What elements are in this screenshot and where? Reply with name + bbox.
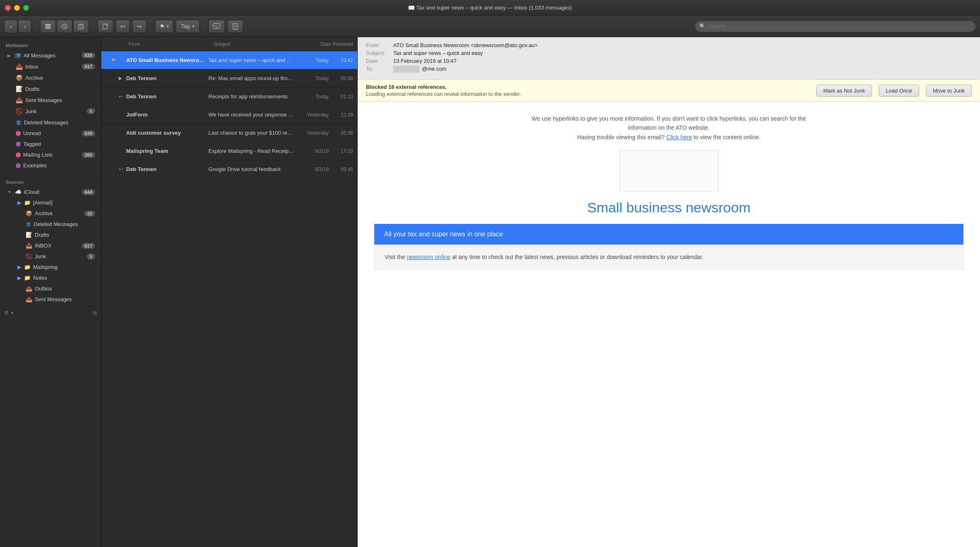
message-from: JotForm bbox=[126, 112, 207, 118]
delete-button[interactable] bbox=[73, 20, 89, 33]
sidebar-item-examples[interactable]: Examples bbox=[2, 160, 99, 171]
toolbar-separator-4 bbox=[204, 21, 204, 32]
sidebar-item-airmail[interactable]: ▶ 📁 [Airmail] bbox=[2, 197, 99, 208]
junk-folder-icon: 🚫 bbox=[26, 253, 32, 259]
move-to-junk-button[interactable]: Move to Junk bbox=[926, 85, 972, 97]
search-icon: 🔍 bbox=[699, 23, 706, 29]
sidebar: Mailboxes ▶ 📭 All Messages 639 📥 Inbox 6… bbox=[0, 37, 101, 547]
sidebar-item-tagged[interactable]: Tagged bbox=[2, 139, 99, 149]
titlebar-icon: ✉️ bbox=[408, 5, 415, 11]
flag-indicator: ⚑ bbox=[111, 57, 117, 63]
search-input[interactable] bbox=[708, 23, 971, 29]
junk-icon: 🚫 bbox=[16, 108, 23, 114]
sidebar-item-unread[interactable]: Unread 639 bbox=[2, 128, 99, 138]
inbox-folder-icon: 📥 bbox=[26, 243, 32, 249]
sources-header: Sources bbox=[0, 174, 101, 186]
close-button[interactable] bbox=[5, 5, 11, 11]
sidebar-item-label: Unread bbox=[23, 130, 79, 136]
sidebar-item-deleted[interactable]: 🗑 Deleted Messages bbox=[2, 117, 99, 128]
archive-icon bbox=[45, 23, 51, 30]
icloud-junk-badge: 5 bbox=[87, 254, 95, 259]
note-icon-button[interactable] bbox=[227, 20, 243, 33]
date-row: Date: 13 February 2019 at 10:47 bbox=[366, 58, 972, 64]
thread-expand-icon: ▶ bbox=[119, 76, 124, 81]
message-list: From Subject Date Received ⚑ ATO Small B… bbox=[101, 37, 358, 547]
sidebar-item-icloud-drafts[interactable]: 📝 Drafts bbox=[2, 230, 99, 240]
from-value: ATO Small Business Newsroom <sbnewsroom@… bbox=[393, 42, 538, 48]
sidebar-item-inbox[interactable]: 📥 Inbox 617 bbox=[2, 61, 99, 72]
sidebar-item-icloud-deleted[interactable]: 🗑 Deleted Messages bbox=[2, 219, 99, 229]
sidebar-item-label: Archive bbox=[25, 75, 95, 81]
sidebar-item-mailing-lists[interactable]: Mailing Lists 266 bbox=[2, 150, 99, 160]
message-subject: Explore Mailspring - Read Receipts & Lin… bbox=[208, 148, 294, 154]
compose-button[interactable] bbox=[98, 20, 113, 33]
reply-icon-button[interactable] bbox=[208, 20, 225, 33]
sidebar-item-label: Notes bbox=[33, 275, 95, 281]
sidebar-item-icloud-archive[interactable]: 📦 Archive 22 bbox=[2, 208, 99, 219]
sidebar-item-label: Sent Messages bbox=[35, 296, 95, 302]
table-row[interactable]: JotForm We have received your response f… bbox=[101, 106, 357, 124]
sidebar-gear-row[interactable]: ⚙ ▾ ⊟ bbox=[0, 306, 101, 319]
svg-rect-0 bbox=[45, 24, 51, 26]
svg-rect-12 bbox=[213, 24, 220, 29]
sidebar-item-icloud-junk[interactable]: 🚫 Junk 5 bbox=[2, 251, 99, 262]
mark-not-junk-button[interactable]: Mark as Not Junk bbox=[816, 85, 872, 97]
table-row[interactable]: ↩ Deb Tennen Google Drive tutorial feedb… bbox=[101, 160, 357, 178]
message-date: 8/2/19 bbox=[296, 166, 329, 172]
sidebar-item-sent-messages[interactable]: 📤 Sent Messages bbox=[2, 95, 99, 105]
table-row[interactable]: Mailspring Team Explore Mailspring - Rea… bbox=[101, 142, 357, 160]
outbox-folder-icon: 📤 bbox=[26, 285, 32, 292]
minimize-button[interactable] bbox=[14, 5, 20, 11]
sidebar-item-label: Archive bbox=[35, 210, 82, 216]
message-time: 03:45 bbox=[330, 166, 353, 172]
sidebar-item-all-messages[interactable]: ▶ 📭 All Messages 639 bbox=[2, 50, 99, 61]
date-column-header: Date Received bbox=[287, 41, 353, 47]
info-line-3: Having trouble viewing this email? bbox=[577, 134, 665, 140]
sidebar-item-icloud-mailspring[interactable]: ▶ 📁 Mailspring bbox=[2, 262, 99, 272]
note-icon bbox=[232, 23, 239, 30]
folder-icon: 📁 bbox=[24, 200, 31, 206]
undo-button[interactable]: ↩ bbox=[116, 20, 130, 33]
table-row[interactable]: ▶ Deb Tennen Re: Mac email apps round-up… bbox=[101, 69, 357, 88]
sidebar-item-label: Junk bbox=[35, 253, 84, 259]
sidebar-item-icloud-notes[interactable]: ▶ 📁 Notes bbox=[2, 273, 99, 283]
forward-button[interactable]: › bbox=[18, 20, 31, 33]
to-row: To: ██████ @me.com bbox=[366, 66, 972, 73]
junk-badge: 5 bbox=[87, 108, 95, 114]
sidebar-item-icloud-inbox[interactable]: 📥 INBOX 617 bbox=[2, 240, 99, 251]
tag-button[interactable]: Tag ▾ bbox=[176, 20, 200, 33]
mailspring-chevron-icon: ▶ bbox=[17, 264, 22, 270]
table-row[interactable]: ⚑ ATO Small Business Newsroom Tax and su… bbox=[101, 51, 357, 69]
archive-button[interactable] bbox=[40, 20, 56, 33]
newsroom-link[interactable]: newsroom online bbox=[406, 254, 450, 260]
flag-button[interactable]: ⚑ ▾ bbox=[155, 20, 173, 33]
archive-folder-icon: 📦 bbox=[26, 210, 32, 216]
mailspring-folder-icon: 📁 bbox=[24, 264, 31, 270]
main-layout: Mailboxes ▶ 📭 All Messages 639 📥 Inbox 6… bbox=[0, 37, 980, 547]
load-once-button[interactable]: Load Once bbox=[879, 85, 919, 97]
table-row[interactable]: ↩ Deb Tennen Receipts for app reimbursem… bbox=[101, 88, 357, 106]
back-button[interactable]: ‹ bbox=[4, 20, 17, 33]
sidebar-item-drafts[interactable]: 📝 Drafts bbox=[2, 83, 99, 94]
sidebar-item-icloud-outbox[interactable]: 📤 Outbox bbox=[2, 283, 99, 294]
sidebar-item-icloud[interactable]: ▼ ☁️ iCloud 644 bbox=[2, 187, 99, 197]
to-label: To: bbox=[366, 66, 391, 73]
redo-button[interactable]: ↪ bbox=[132, 20, 146, 33]
svg-line-4 bbox=[63, 25, 66, 28]
info-line-1: We use hyperlinks to give you more infor… bbox=[532, 115, 806, 122]
tag-label: Tag bbox=[181, 23, 190, 29]
click-here-link[interactable]: Click here bbox=[666, 134, 692, 140]
sidebar-item-archive[interactable]: 📦 Archive bbox=[2, 72, 99, 83]
all-messages-icon: 📭 bbox=[14, 52, 21, 59]
junk-button[interactable] bbox=[57, 20, 72, 33]
message-list-header: From Subject Date Received bbox=[101, 37, 357, 51]
fullscreen-button[interactable] bbox=[23, 5, 29, 11]
delete-icon bbox=[78, 23, 84, 30]
sidebar-item-icloud-sent[interactable]: 📤 Sent Messages bbox=[2, 294, 99, 304]
sidebar-item-junk[interactable]: 🚫 Junk 5 bbox=[2, 106, 99, 117]
unread-dot-indicator bbox=[105, 76, 110, 81]
from-row: From: ATO Small Business Newsroom <sbnew… bbox=[366, 42, 972, 48]
table-row[interactable]: Aldi customer survey Last chance to grab… bbox=[101, 124, 357, 142]
message-subject: Tax and super news – quick and easy bbox=[208, 57, 294, 63]
unread-dot-icon bbox=[16, 131, 21, 136]
